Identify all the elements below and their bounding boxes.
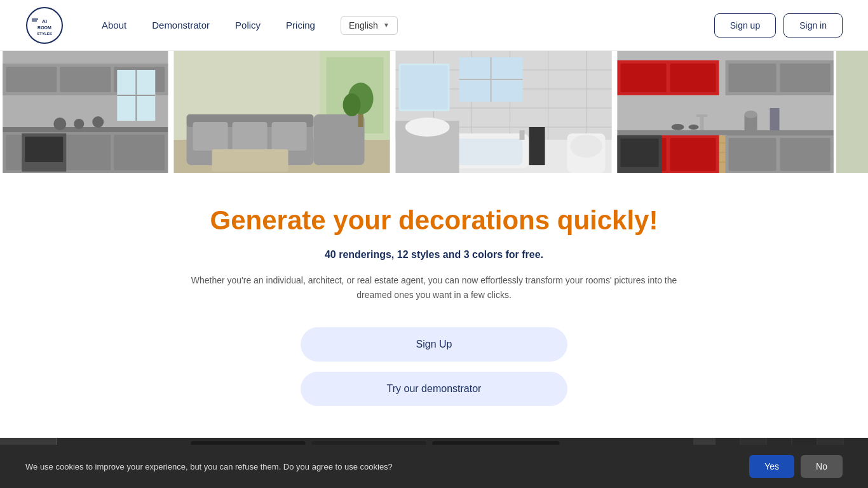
svg-point-39: [342, 93, 360, 116]
cookie-banner: We use cookies to improve your experienc…: [0, 445, 868, 488]
svg-point-20: [74, 119, 84, 129]
svg-rect-36: [212, 149, 288, 172]
language-selector[interactable]: English ▼: [341, 16, 398, 35]
hero-image-living: [171, 51, 393, 173]
language-current: English: [349, 20, 378, 30]
svg-point-82: [671, 124, 684, 130]
svg-rect-33: [232, 122, 267, 151]
svg-rect-34: [271, 122, 306, 151]
svg-point-88: [744, 111, 757, 118]
svg-point-19: [53, 118, 66, 130]
svg-rect-86: [780, 138, 830, 171]
svg-rect-12: [3, 127, 168, 132]
cta-buttons: Sign Up Try our demonstrator: [25, 327, 843, 406]
signup-button[interactable]: Sign up: [714, 13, 776, 37]
nav-demonstrator[interactable]: Demonstrator: [152, 20, 210, 30]
signin-button[interactable]: Sign in: [783, 13, 843, 37]
svg-rect-63: [400, 65, 447, 109]
svg-rect-79: [670, 138, 715, 171]
svg-rect-56: [519, 130, 524, 140]
svg-rect-92: [836, 51, 868, 173]
logo[interactable]: AI ROOM STYLES: [25, 6, 64, 44]
svg-rect-15: [60, 135, 111, 170]
svg-rect-10: [60, 67, 111, 92]
nav-actions: Sign up Sign in: [714, 13, 843, 37]
svg-rect-91: [696, 114, 707, 117]
svg-rect-85: [728, 138, 776, 171]
svg-rect-76: [617, 130, 833, 135]
navbar: AI ROOM STYLES About Demonstrator Policy…: [0, 0, 868, 51]
svg-rect-35: [313, 114, 364, 165]
svg-rect-32: [193, 122, 227, 151]
svg-rect-75: [780, 64, 830, 92]
nav-links: About Demonstrator Policy Pricing Englis…: [102, 16, 714, 35]
svg-text:ROOM: ROOM: [37, 25, 51, 30]
description: Whether you're an individual, architect,…: [186, 273, 682, 302]
svg-point-21: [92, 116, 104, 128]
cookie-no-button[interactable]: No: [801, 455, 843, 478]
svg-rect-9: [6, 67, 57, 92]
svg-rect-74: [728, 64, 776, 92]
svg-text:AI: AI: [42, 18, 47, 24]
svg-point-83: [688, 125, 698, 130]
main-content: Generate your decorations quickly! 40 re…: [0, 173, 868, 431]
svg-point-61: [405, 118, 449, 137]
hero-image-partial: [836, 51, 868, 173]
cookie-buttons: Yes No: [749, 455, 843, 478]
hero-image-kitchen-grey: [0, 51, 171, 173]
svg-rect-18: [25, 137, 63, 162]
chevron-down-icon: ▼: [383, 22, 390, 29]
hero-image-kitchen-red: [614, 51, 836, 173]
svg-rect-71: [620, 64, 666, 92]
svg-rect-72: [670, 64, 715, 92]
hero-image-bathroom: [393, 51, 614, 173]
svg-text:STYLES: STYLES: [37, 32, 51, 36]
svg-rect-81: [620, 139, 658, 167]
signup-cta-button[interactable]: Sign Up: [301, 327, 567, 362]
demonstrator-cta-button[interactable]: Try our demonstrator: [301, 372, 567, 406]
subtitle: 40 renderings, 12 styles and 3 colors fo…: [25, 249, 843, 261]
nav-about[interactable]: About: [102, 20, 126, 30]
svg-rect-89: [770, 108, 779, 130]
svg-rect-57: [529, 127, 545, 165]
nav-pricing[interactable]: Pricing: [286, 20, 315, 30]
svg-rect-16: [114, 135, 165, 170]
cookie-message: We use cookies to improve your experienc…: [25, 462, 724, 471]
svg-point-59: [570, 135, 602, 158]
logo-icon: AI ROOM STYLES: [25, 6, 64, 44]
headline: Generate your decorations quickly!: [25, 205, 843, 236]
nav-policy[interactable]: Policy: [235, 20, 261, 30]
hero-images: [0, 51, 868, 173]
cookie-yes-button[interactable]: Yes: [749, 455, 794, 478]
